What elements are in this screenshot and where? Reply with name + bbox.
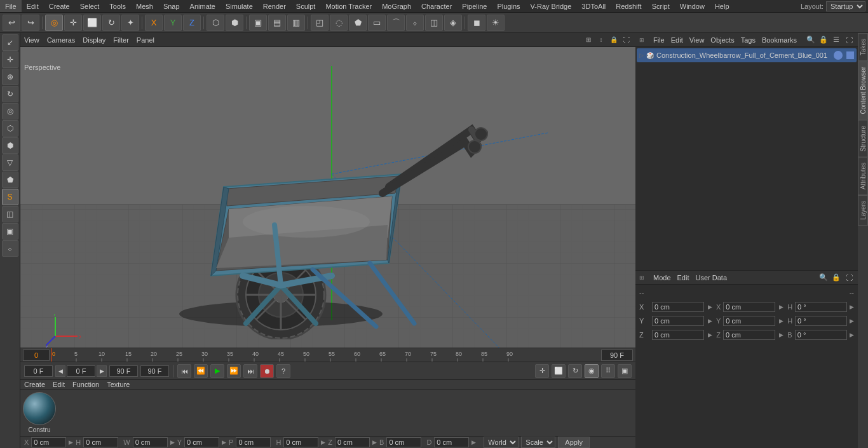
obj-tags-menu[interactable]: Tags — [741, 36, 756, 44]
spline-button[interactable]: ⌒ — [387, 15, 405, 31]
tab-structure[interactable]: Structure — [858, 120, 868, 158]
mat-edit-menu[interactable]: Edit — [53, 381, 65, 388]
render-btn-right[interactable]: ▣ — [618, 364, 632, 378]
tool-move[interactable]: ✛ — [2, 51, 18, 68]
render-region-button[interactable]: ▣ — [249, 15, 267, 31]
attr-mode-menu[interactable]: Mode — [653, 274, 671, 282]
viewport-panel-menu[interactable]: Panel — [137, 36, 154, 44]
obj-tree-area[interactable]: ▷ 🎲 Construction_Wheelbarrow_Full_of_Cem… — [635, 47, 858, 270]
plane-button[interactable]: ▭ — [368, 15, 386, 31]
menu-character[interactable]: Character — [416, 0, 457, 12]
play-reverse-btn[interactable]: ⏩ — [227, 364, 241, 378]
cube-button[interactable]: ◰ — [311, 15, 329, 31]
tool-poly[interactable]: ⬡ — [2, 120, 18, 137]
p-coord-input[interactable]: 0 cm — [236, 437, 271, 447]
menu-window[interactable]: Window — [675, 0, 710, 12]
timeline-track[interactable]: 0 5 10 15 20 25 30 35 40 — [51, 348, 601, 362]
menu-sculpt[interactable]: Sculpt — [291, 0, 321, 12]
attr-filter-icon[interactable]: ⛶ — [844, 273, 854, 283]
viewport-bg[interactable]: Perspective Grid Spacing : 100 cm X Y Z — [20, 47, 635, 348]
tool-uv[interactable]: ⬟ — [2, 172, 18, 188]
attr-z-input[interactable]: 0 cm — [652, 330, 704, 340]
help-btn[interactable]: ? — [276, 364, 290, 378]
attr-search-icon[interactable]: 🔍 — [818, 273, 829, 283]
frame-next-btn[interactable]: ▶ — [97, 365, 107, 377]
light-button[interactable]: ☀ — [487, 15, 505, 31]
menu-file[interactable]: File — [0, 0, 22, 12]
menu-script[interactable]: Script — [647, 0, 675, 12]
undo-button[interactable]: ↩ — [3, 15, 20, 31]
move-tool-right[interactable]: ✛ — [535, 364, 549, 378]
menu-redshift[interactable]: Redshift — [611, 0, 646, 12]
tool-render[interactable]: ▣ — [2, 223, 18, 240]
layout-select[interactable]: Startup — [826, 1, 865, 11]
attr-userdata-menu[interactable]: User Data — [696, 274, 728, 282]
tool-edge[interactable]: ⬢ — [2, 137, 18, 154]
go-end-btn[interactable]: ⏭ — [243, 364, 257, 378]
scale-tool-right[interactable]: ⬜ — [552, 364, 566, 378]
material-thumbnail[interactable] — [23, 392, 56, 425]
obj-lock-icon[interactable]: 🔒 — [818, 35, 829, 45]
obj-search-icon[interactable]: 🔍 — [806, 35, 816, 45]
redo-button[interactable]: ↪ — [22, 15, 39, 31]
menu-vray[interactable]: V-Ray Bridge — [526, 0, 577, 12]
h-coord-input[interactable]: 0 cm — [83, 437, 118, 447]
ffd-button[interactable]: ⬦ — [406, 15, 424, 31]
cylinder-button[interactable]: ⬟ — [349, 15, 367, 31]
obj-edit-menu[interactable]: Edit — [671, 36, 683, 44]
menu-simulate[interactable]: Simulate — [220, 0, 258, 12]
menu-create[interactable]: Create — [44, 0, 75, 12]
z-coord-input[interactable]: 0 cm — [335, 437, 370, 447]
obj-bookmarks-menu[interactable]: Bookmarks — [762, 36, 797, 44]
rotate-tool-right[interactable]: ↻ — [568, 364, 582, 378]
viewport-layout-icon[interactable]: ⊞ — [583, 35, 593, 45]
tab-content-browser[interactable]: Content Browser — [858, 61, 868, 119]
tab-takes[interactable]: Takes — [858, 33, 868, 61]
go-start-btn[interactable]: ⏮ — [177, 364, 191, 378]
attr-p-input[interactable]: 0 ° — [795, 316, 847, 326]
deformer-button[interactable]: ◫ — [425, 15, 443, 31]
viewport-settings-icon[interactable]: ⛶ — [621, 35, 632, 45]
obj-objects-menu[interactable]: Objects — [710, 36, 734, 44]
end-frame-field1[interactable]: 90 F — [109, 365, 138, 377]
move-tool-button[interactable]: ✛ — [64, 15, 82, 31]
world-dropdown[interactable]: World — [484, 437, 519, 448]
play-forward-btn[interactable]: ▶ — [210, 364, 224, 378]
tool-live[interactable]: ◎ — [2, 103, 18, 119]
tool-motion[interactable]: ⬦ — [2, 240, 18, 257]
menu-motion-tracker[interactable]: Motion Tracker — [320, 0, 377, 12]
attr-z2-input[interactable]: 0 cm — [723, 330, 775, 340]
menu-3dtoall[interactable]: 3DToAll — [576, 0, 611, 12]
rotate-tool-button[interactable]: ↻ — [102, 15, 120, 31]
viewport-lock-icon[interactable]: 🔒 — [609, 35, 619, 45]
attr-h-input[interactable]: 0 ° — [795, 302, 847, 312]
dope-sheet-btn[interactable]: ⠿ — [601, 364, 615, 378]
tool-point[interactable]: ▽ — [2, 154, 18, 171]
keyframe-mode-btn[interactable]: ◉ — [585, 364, 599, 378]
current-frame-field[interactable]: 0 F — [67, 365, 95, 377]
mat-function-menu[interactable]: Function — [72, 381, 99, 388]
b-coord-input[interactable]: 0 cm — [386, 437, 421, 447]
object-mode2-button[interactable]: ⬢ — [226, 15, 243, 31]
object-mode-button[interactable]: ⬡ — [207, 15, 224, 31]
sphere-button[interactable]: ◌ — [330, 15, 348, 31]
x-coord-input[interactable]: 0 cm — [31, 437, 66, 447]
viewport-filter-menu[interactable]: Filter — [113, 36, 128, 44]
tool-mat[interactable]: ◫ — [2, 206, 18, 222]
attr-lock-icon[interactable]: 🔒 — [831, 273, 841, 283]
tool-sculpt[interactable]: S — [2, 189, 18, 205]
tab-layers[interactable]: Layers — [858, 195, 868, 226]
menu-snap[interactable]: Snap — [158, 0, 185, 12]
scale-dropdown[interactable]: Scale — [521, 437, 555, 448]
viewport-display-menu[interactable]: Display — [83, 36, 105, 44]
d-coord-input[interactable]: 0 cm — [434, 437, 469, 447]
mat-texture-menu[interactable]: Texture — [107, 381, 130, 388]
obj-tree-row-0[interactable]: ▷ 🎲 Construction_Wheelbarrow_Full_of_Cem… — [637, 48, 857, 62]
z-axis-button[interactable]: Z — [183, 15, 201, 31]
attr-b-input[interactable]: 0 ° — [795, 330, 847, 340]
viewport-cameras-menu[interactable]: Cameras — [47, 36, 76, 44]
step-back-btn[interactable]: ⏪ — [194, 364, 208, 378]
menu-pipeline[interactable]: Pipeline — [457, 0, 492, 12]
menu-help[interactable]: Help — [710, 0, 735, 12]
menu-mograph[interactable]: MoGraph — [377, 0, 416, 12]
